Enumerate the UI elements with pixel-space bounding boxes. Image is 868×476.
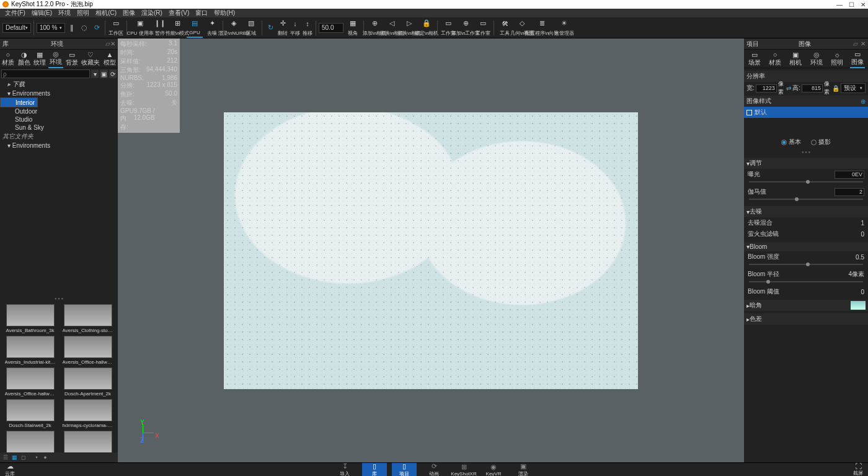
tab-scene[interactable]: ▭场景 xyxy=(747,50,762,68)
tree-sunsky[interactable]: Sun & Sky xyxy=(0,123,118,132)
axis-gizmo[interactable]: Y X Z xyxy=(136,419,161,444)
exposure-slider[interactable] xyxy=(749,180,863,184)
tab-models[interactable]: ▲模型 xyxy=(102,50,117,68)
close-panel-icon[interactable]: ✕ xyxy=(110,40,115,47)
thumb-item[interactable]: Aversis_Industrial-kitchen... xyxy=(2,336,58,365)
screenshot-button[interactable]: ⛶截屏 xyxy=(853,462,863,476)
tab-image[interactable]: ▭图像 xyxy=(850,50,865,68)
tab-colors[interactable]: ◑颜色 xyxy=(17,50,32,68)
menu-edit[interactable]: 编辑(E) xyxy=(29,9,55,17)
project-button[interactable]: ▯项目 xyxy=(392,463,417,477)
close-panel-icon[interactable]: ✕ xyxy=(861,40,866,47)
gpu-button[interactable]: ▤GPU xyxy=(187,18,203,38)
bloom-header[interactable]: ▾ Bloom xyxy=(744,242,868,251)
cloud-library-button[interactable]: ☁云库 xyxy=(5,462,15,477)
thumb-item[interactable]: Aversis_Bathroom_3k xyxy=(2,304,58,333)
menu-view[interactable]: 查看(V) xyxy=(166,9,192,17)
height-input[interactable] xyxy=(802,84,823,92)
close-button[interactable]: ✕ xyxy=(861,1,866,8)
gamma-input[interactable] xyxy=(835,188,864,196)
perspective-button[interactable]: ▦视角 xyxy=(345,18,361,38)
minimize-button[interactable]: — xyxy=(836,1,843,8)
gamma-slider[interactable] xyxy=(749,197,863,201)
menu-lighting[interactable]: 照明 xyxy=(74,9,92,17)
search-input[interactable] xyxy=(1,70,90,78)
add-studio-button[interactable]: ⊕添加\n工作室 xyxy=(458,18,474,38)
exposure-input[interactable] xyxy=(835,171,864,179)
lock-aspect-icon[interactable]: 🔒 xyxy=(832,84,839,92)
denoise-header[interactable]: ▾ 去噪 xyxy=(744,206,868,217)
workspace-preset-dropdown[interactable]: Default▾ xyxy=(2,23,31,33)
tab-lighting[interactable]: ☼照明 xyxy=(830,50,844,68)
size-small-icon[interactable]: • xyxy=(33,454,40,460)
viewport[interactable]: 每秒采样:3.1 时间:20s 采样值:212 三角形:94,444,340 N… xyxy=(118,38,744,462)
thumb-item[interactable]: Aversis_Office-hallway-w... xyxy=(2,367,58,397)
tree-studio[interactable]: Studio xyxy=(0,115,118,123)
adjust-header[interactable]: ▾ 调节 xyxy=(744,158,868,169)
tree-outdoor[interactable]: Outdoor xyxy=(0,107,118,115)
tree-download[interactable]: ▸ 下载 xyxy=(0,79,118,89)
radio-basic[interactable]: 基本 xyxy=(781,138,801,146)
menu-render[interactable]: 渲染(R) xyxy=(139,9,165,17)
render-preview[interactable] xyxy=(224,112,638,389)
tab-backplates[interactable]: ▭背景 xyxy=(64,50,79,68)
chroma-header[interactable]: ▸ 色差 xyxy=(744,313,868,325)
thumb-item[interactable]: Aversis_Clothing-store_3k xyxy=(60,304,115,333)
thumb-item[interactable]: hdrmaps-cyclorama-stud... xyxy=(60,399,115,428)
tree-interior[interactable]: Interior xyxy=(0,97,38,107)
keyshotxr-button[interactable]: ⊞KeyShotXR xyxy=(451,463,476,477)
thumb-item[interactable]: hdrmaps-empty-modern... xyxy=(2,431,58,453)
refresh-button[interactable]: ↻ xyxy=(265,18,276,38)
tab-camera[interactable]: ▣相机 xyxy=(788,50,803,68)
thumb-item[interactable]: Aversis_Office-hallway-da... xyxy=(60,336,115,365)
menu-window[interactable]: 窗口 xyxy=(193,9,210,17)
tree-other-folders[interactable]: 其它文件夹 xyxy=(0,132,118,141)
speed-input[interactable]: 50.0 xyxy=(319,23,343,33)
thumb-item[interactable]: Dosch-Stairwell_2k xyxy=(2,399,58,428)
menu-help[interactable]: 帮助(H) xyxy=(211,9,237,17)
tab-favorites[interactable]: ♡收藏夹 xyxy=(80,50,101,68)
workspace-button[interactable]: ▭工作区 xyxy=(108,18,124,38)
style-default-row[interactable]: 默认 xyxy=(744,107,868,118)
tree-environments[interactable]: ▾ Environments xyxy=(0,89,118,97)
tab-textures[interactable]: ▦纹理 xyxy=(32,50,47,68)
link-icon[interactable]: ⇄ xyxy=(786,84,792,92)
view-grid-icon[interactable]: ▦ xyxy=(11,454,17,460)
divider-dots[interactable]: ● ● ● xyxy=(0,295,118,302)
flip-button[interactable]: ✢翻转 xyxy=(277,18,288,38)
thumb-item[interactable]: Dosch-Apartment_2k xyxy=(60,367,115,397)
menu-file[interactable]: 文件(F) xyxy=(2,9,28,17)
cpu-usage-button[interactable]: ▣CPU 使用率 xyxy=(130,18,151,38)
undock-icon[interactable]: ▱ xyxy=(105,40,110,47)
radio-photo[interactable]: 摄影 xyxy=(811,138,831,146)
view-list-icon[interactable]: ☰ xyxy=(2,454,9,460)
region-button[interactable]: ▧区域 xyxy=(243,18,259,38)
search-refresh-icon[interactable]: ⟳ xyxy=(109,70,117,78)
studio-button-2[interactable]: ▭工作室 xyxy=(475,18,491,38)
view-large-icon[interactable]: ◻ xyxy=(20,454,26,460)
library-button[interactable]: ▯库 xyxy=(362,463,387,477)
menu-camera[interactable]: 相机(C) xyxy=(93,9,119,17)
pause-toggle[interactable]: ‖ xyxy=(66,18,78,38)
search-folder-icon[interactable]: ▣ xyxy=(100,70,107,78)
tab-material[interactable]: ○材质 xyxy=(768,50,782,68)
thumb-item[interactable]: hdrmaps-rims-storehous... xyxy=(60,431,115,453)
maximize-button[interactable]: ☐ xyxy=(849,1,854,8)
lock-camera-button[interactable]: 🔒锁定\n相机 xyxy=(418,18,435,38)
vignette-header[interactable]: ▸ 暗角 xyxy=(744,300,868,311)
perf-mode-button[interactable]: ⊞性能\n模式 xyxy=(169,18,185,38)
size-large-icon[interactable]: ● xyxy=(42,454,48,460)
gpu-refresh-button[interactable]: ⟳ xyxy=(91,18,102,38)
configurator-button[interactable]: ≣配置程序\n向导 xyxy=(531,18,552,38)
animation-button[interactable]: ⟳动画 xyxy=(422,463,446,477)
perf-toggle[interactable]: ◌ xyxy=(79,18,90,38)
tab-materials[interactable]: ○材质 xyxy=(1,50,16,68)
menu-environment[interactable]: 环境 xyxy=(56,9,73,17)
style-checkbox[interactable] xyxy=(746,110,752,115)
import-button[interactable]: ↧导入 xyxy=(332,463,357,477)
dolly-button[interactable]: ↕推移 xyxy=(302,18,313,38)
render-button[interactable]: ▣渲染 xyxy=(511,463,536,477)
add-style-icon[interactable]: ⊕ xyxy=(861,98,866,105)
keyvr-button[interactable]: ◉KeyVR xyxy=(481,463,506,477)
preset-dropdown[interactable]: 预设▾ xyxy=(841,83,866,93)
